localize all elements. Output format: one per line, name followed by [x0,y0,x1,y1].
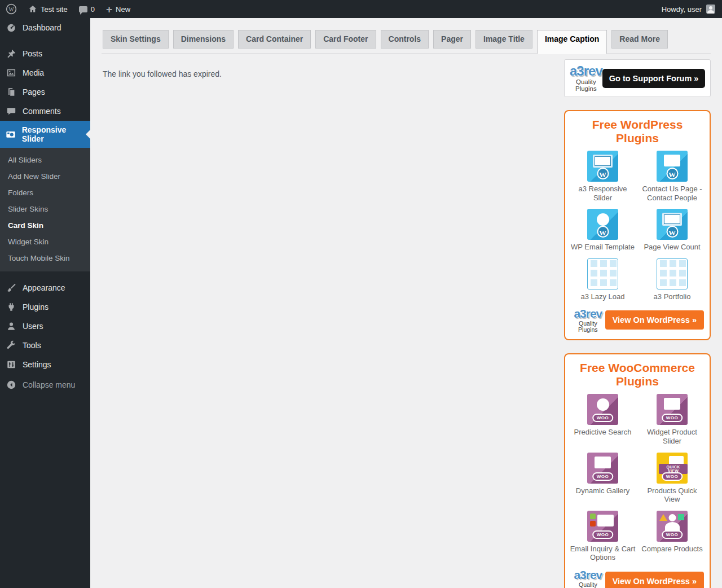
plugin-label: WP Email Template [570,243,636,252]
menu-separator [0,271,90,278]
plugin-predictive-search[interactable]: WOO Predictive Search [570,394,636,445]
sidebar-item-dashboard[interactable]: Dashboard [0,18,90,37]
submenu-item-folders[interactable]: Folders [0,185,90,201]
widget-product-slider-plugin-icon: WOO [657,394,688,425]
go-to-support-forum-button[interactable]: Go to Support Forum » [602,69,706,88]
tab-card-footer[interactable]: Card Footer [315,30,376,49]
appearance-icon [6,283,17,293]
plugin-a3-lazy-load[interactable]: a3 Lazy Load [570,258,636,301]
tab-pager[interactable]: Pager [433,30,471,49]
tab-controls[interactable]: Controls [381,30,429,49]
plugin-email-inquiry-cart-options[interactable]: WOO Email Inquiry & Cart Options [570,511,636,562]
plugin-compare-products[interactable]: WOO Compare Products [639,511,705,562]
sidebar-item-media[interactable]: Media [0,63,90,82]
plugin-label: a3 Responsive Slider [570,185,636,202]
sidebar-item-users[interactable]: Users [0,317,90,336]
pages-icon [6,87,17,97]
comments-icon [6,106,17,116]
submenu-item-touch-mobile-skin[interactable]: Touch Mobile Skin [0,250,90,266]
dynamic-gallery-plugin-icon: WOO [587,453,618,484]
a3rev-logo-text: a3rev [571,308,605,319]
plugin-a3-portfolio[interactable]: a3 Portfolio [639,258,705,301]
plugin-page-view-count[interactable]: W Page View Count [639,209,705,252]
plugin-label: Predictive Search [570,428,636,437]
plugin-label: Dynamic Gallery [570,486,636,495]
plugin-label: Page View Count [639,243,705,252]
sidebar-item-responsive-slider[interactable]: Responsive Slider [0,121,90,148]
sidebar-item-label: Responsive Slider [22,125,86,143]
page-view-count-plugin-icon: W [657,209,688,240]
plugin-label: Products Quick View [639,486,705,504]
tab-skin-settings[interactable]: Skin Settings [103,30,169,49]
wp-box-footer: a3rev Quality Plugins View On WordPress … [570,308,705,332]
user-avatar[interactable] [706,5,715,14]
a3rev-logo-subtitle: Quality Plugins [571,582,605,588]
tab-image-caption[interactable]: Image Caption [537,30,607,54]
skin-settings-tabbar: Skin Settings Dimensions Card Container … [102,30,711,54]
users-icon [6,321,17,331]
sidebar-item-plugins[interactable]: Plugins [0,297,90,317]
submenu-item-add-new-slider[interactable]: Add New Slider [0,168,90,185]
sidebar-item-tools[interactable]: Tools [0,336,90,355]
compare-products-plugin-icon: WOO [657,511,688,542]
main-content: Skin Settings Dimensions Card Container … [90,18,722,588]
sidebar-item-collapse-menu[interactable]: Collapse menu [0,375,90,394]
plugin-widget-product-slider[interactable]: WOO Widget Product Slider [639,394,705,445]
plugin-label: Contact Us Page - Contact People [639,185,705,202]
view-on-wordpress-button[interactable]: View On WordPress » [605,572,704,588]
sidebar-item-comments[interactable]: Comments [0,102,90,121]
plugin-contact-us-page[interactable]: W Contact Us Page - Contact People [639,151,705,202]
contact-us-plugin-icon: W [657,151,688,182]
menu-separator [0,37,90,44]
comments-count-label: 0 [91,5,95,14]
sidebar-item-pages[interactable]: Pages [0,82,90,102]
sidebar-item-posts[interactable]: Posts [0,44,90,63]
free-wordpress-plugins-box: Free WordPress Plugins W a3 Responsive S… [564,110,711,340]
a3rev-logo: a3rev Quality Plugins [571,569,605,588]
tab-image-title[interactable]: Image Title [476,30,532,49]
wordpress-logo-menu[interactable]: W [0,0,23,18]
settings-icon [6,359,17,370]
svg-text:W: W [8,6,14,12]
howdy-user-link[interactable]: Howdy, user [662,5,702,14]
plugins-icon [6,302,17,312]
sidebar-item-settings[interactable]: Settings [0,355,90,374]
plugin-products-quick-view[interactable]: QUICK VIEWWOO Products Quick View [639,453,705,504]
sidebar-item-label: Collapse menu [23,380,75,389]
portfolio-plugin-icon [657,258,688,289]
plugin-label: a3 Portfolio [639,292,705,301]
new-content-menu[interactable]: + New [100,0,136,18]
submenu-item-widget-skin[interactable]: Widget Skin [0,234,90,250]
submenu-item-card-skin[interactable]: Card Skin [0,217,90,234]
wordpress-logo-icon: W [6,3,17,15]
sidebar-item-label: Settings [23,360,51,369]
plugin-wp-email-template[interactable]: W WP Email Template [570,209,636,252]
sidebar-item-label: Plugins [23,302,49,311]
sidebar-item-label: Users [23,322,43,331]
a3rev-logo: a3rev Quality Plugins [571,308,605,332]
home-icon [28,5,37,14]
wp-plugins-grid: W a3 Responsive Slider W Contact Us Page… [570,151,705,301]
plugin-label: Compare Products [639,545,705,554]
plugin-dynamic-gallery[interactable]: WOO Dynamic Gallery [570,453,636,504]
plus-icon: + [106,4,112,15]
a3rev-logo-text: a3rev [570,64,602,78]
submenu-item-slider-skins[interactable]: Slider Skins [0,201,90,217]
plugin-a3-responsive-slider[interactable]: W a3 Responsive Slider [570,151,636,202]
email-template-plugin-icon: W [587,209,618,240]
lazy-load-plugin-icon [587,258,618,289]
sidebar-item-appearance[interactable]: Appearance [0,278,90,297]
comments-counter[interactable]: 0 [73,0,100,18]
submenu-item-all-sliders[interactable]: All Sliders [0,152,90,168]
a3rev-logo-subtitle: Quality Plugins [570,79,602,92]
tab-dimensions[interactable]: Dimensions [173,30,234,49]
tools-icon [6,340,17,350]
site-name-link[interactable]: Test site [23,0,73,18]
view-on-wordpress-button[interactable]: View On WordPress » [605,310,704,330]
tab-card-container[interactable]: Card Container [238,30,311,49]
email-inquiry-plugin-icon: WOO [587,511,618,542]
site-name-label: Test site [41,5,68,14]
wp-plugins-title: Free WordPress Plugins [570,118,705,145]
tab-read-more[interactable]: Read More [611,30,668,49]
sidebar-item-label: Appearance [23,283,65,292]
